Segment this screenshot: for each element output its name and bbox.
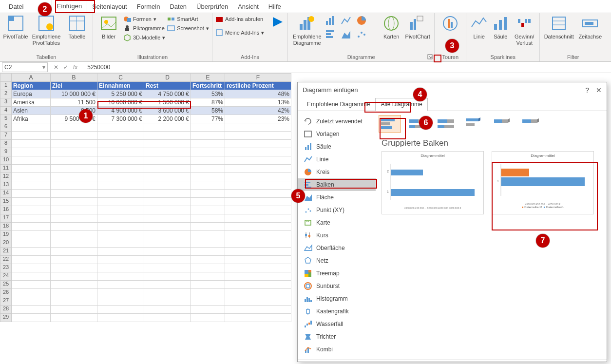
- cell[interactable]: 87%: [191, 98, 225, 107]
- cell[interactable]: [225, 165, 291, 173]
- cell[interactable]: [225, 198, 291, 206]
- cell[interactable]: [191, 223, 225, 231]
- cell[interactable]: Asien: [12, 107, 51, 115]
- subtype-3d-stacked-bar[interactable]: [492, 115, 514, 133]
- cell[interactable]: [97, 190, 144, 198]
- cell-header-C[interactable]: Einnahmen: [97, 82, 144, 90]
- cell[interactable]: 5 250 000 €: [97, 90, 144, 98]
- chart-category-karte[interactable]: Karte: [298, 216, 376, 229]
- formula-value[interactable]: 5250000: [83, 64, 110, 71]
- tab-hilfe[interactable]: Hilfe: [264, 0, 286, 13]
- cell[interactable]: [51, 190, 97, 198]
- cell[interactable]: [144, 156, 191, 165]
- cell[interactable]: [97, 289, 144, 297]
- cell[interactable]: [144, 306, 191, 314]
- cell[interactable]: [12, 123, 51, 132]
- 3dmap-button[interactable]: [438, 15, 463, 34]
- chart-preview-2[interactable]: Diagrammtitel 1 4500 000 450 000 ... 405…: [492, 151, 594, 214]
- cell[interactable]: [225, 148, 291, 156]
- chart-category-vorlagen[interactable]: Vorlagen: [298, 128, 376, 140]
- cell[interactable]: [51, 297, 97, 306]
- cell[interactable]: [97, 156, 144, 165]
- chart-category-netz[interactable]: Netz: [298, 254, 376, 267]
- chart-category-histogramm[interactable]: Histogramm: [298, 292, 376, 305]
- row-header[interactable]: 24: [0, 272, 12, 281]
- chart-category-linie[interactable]: Linie: [298, 153, 376, 166]
- cell[interactable]: [191, 314, 225, 322]
- cell[interactable]: [97, 314, 144, 322]
- cell[interactable]: [51, 206, 97, 214]
- pivottable-button[interactable]: PivotTable: [3, 15, 28, 40]
- cell[interactable]: [97, 132, 144, 140]
- cell[interactable]: [97, 140, 144, 148]
- row-header[interactable]: 28: [0, 306, 12, 314]
- cell[interactable]: [97, 231, 144, 239]
- cell[interactable]: [51, 214, 97, 223]
- cell[interactable]: [51, 306, 97, 314]
- cell[interactable]: [97, 214, 144, 223]
- cell-header-F[interactable]: restliche Prozent: [225, 82, 291, 90]
- cell[interactable]: [144, 231, 191, 239]
- charts-dialog-launcher[interactable]: [427, 54, 433, 60]
- chart-preview-1[interactable]: Diagrammtitel 2 1 4500 000 450 000 ... 9…: [382, 151, 484, 214]
- name-box[interactable]: C2▾: [2, 62, 48, 72]
- dialog-tab-recommended[interactable]: Empfohlene Diagramme: [302, 98, 375, 111]
- 3dmodels-button[interactable]: 3D-Modelle ▾: [123, 34, 165, 41]
- cell[interactable]: Amerika: [12, 98, 51, 107]
- cell[interactable]: [12, 198, 51, 206]
- cell[interactable]: [144, 181, 191, 190]
- cell[interactable]: [225, 190, 291, 198]
- cell[interactable]: [225, 306, 291, 314]
- chart-category-zuletztverwendet[interactable]: Zuletzt verwendet: [298, 115, 376, 128]
- pictograms-button[interactable]: Piktogramme: [123, 24, 165, 32]
- subtype-3d-100stacked-bar[interactable]: [520, 115, 542, 133]
- row-header[interactable]: 2: [0, 90, 12, 98]
- area-chart-icon[interactable]: [341, 29, 351, 39]
- cell[interactable]: [191, 181, 225, 190]
- row-header[interactable]: 16: [0, 206, 12, 214]
- get-addins-button[interactable]: Add-Ins abrufen: [215, 15, 264, 23]
- cell[interactable]: [12, 223, 51, 231]
- cell[interactable]: [12, 214, 51, 223]
- row-header[interactable]: 18: [0, 223, 12, 231]
- chart-category-sunburst[interactable]: Sunburst: [298, 280, 376, 292]
- select-all-cell[interactable]: [0, 73, 12, 82]
- cell[interactable]: [12, 190, 51, 198]
- row-header[interactable]: 21: [0, 248, 12, 256]
- tab-formeln[interactable]: Formeln: [132, 0, 165, 13]
- cell[interactable]: [97, 223, 144, 231]
- cell[interactable]: [191, 156, 225, 165]
- cell[interactable]: [12, 256, 51, 264]
- confirm-edit-icon[interactable]: ✓: [63, 64, 68, 71]
- cell[interactable]: [51, 165, 97, 173]
- recommended-pivot-button[interactable]: Empfohlene PivotTables: [30, 15, 62, 46]
- pivotchart-button[interactable]: PivotChart: [404, 15, 431, 40]
- chart-category-punktxy[interactable]: Punkt (XY): [298, 204, 376, 216]
- cell[interactable]: [97, 297, 144, 306]
- chart-category-flche[interactable]: Fläche: [298, 191, 376, 204]
- cell[interactable]: 42%: [225, 107, 291, 115]
- cell[interactable]: [97, 165, 144, 173]
- cell[interactable]: [191, 190, 225, 198]
- cell[interactable]: [144, 206, 191, 214]
- help-icon[interactable]: ?: [585, 86, 589, 94]
- cell[interactable]: [51, 272, 97, 281]
- row-header[interactable]: 23: [0, 264, 12, 272]
- cell[interactable]: [12, 165, 51, 173]
- row-header[interactable]: 1: [0, 82, 12, 90]
- cell[interactable]: [144, 272, 191, 281]
- cell[interactable]: [144, 198, 191, 206]
- subtype-100stacked-bar[interactable]: [435, 115, 458, 133]
- cell[interactable]: [191, 239, 225, 248]
- cell[interactable]: [225, 248, 291, 256]
- cell[interactable]: [12, 248, 51, 256]
- cell[interactable]: [225, 281, 291, 289]
- row-header[interactable]: 5: [0, 115, 12, 123]
- cell[interactable]: [225, 272, 291, 281]
- cell[interactable]: [225, 181, 291, 190]
- cell[interactable]: [51, 140, 97, 148]
- tab-einfuegen[interactable]: Einfügen: [52, 0, 87, 13]
- cell[interactable]: [144, 123, 191, 132]
- cell[interactable]: [51, 239, 97, 248]
- cell[interactable]: [191, 140, 225, 148]
